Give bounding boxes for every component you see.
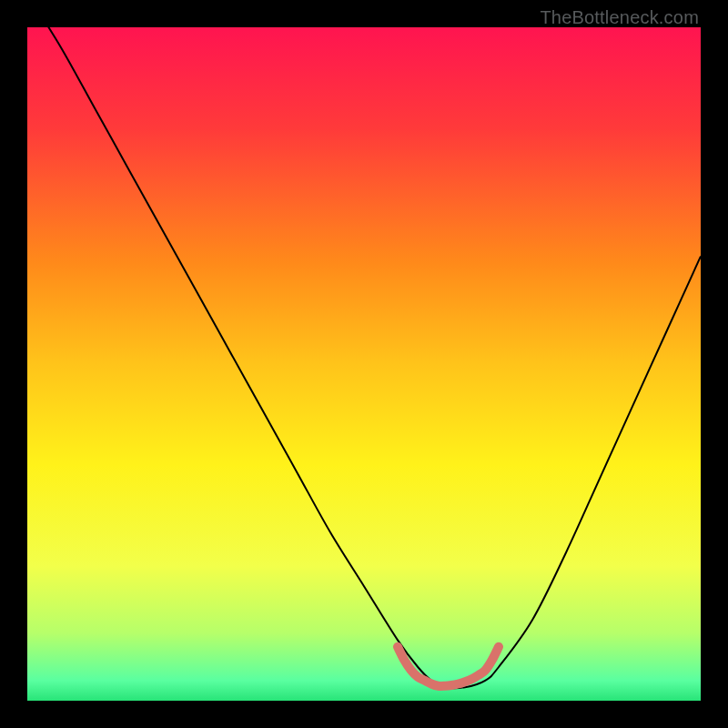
optimal-zone-marker [398,647,499,686]
bottleneck-curve [27,27,701,688]
chart-plot-area [27,27,701,701]
chart-curve-layer [27,27,701,701]
watermark-text: TheBottleneck.com [540,7,699,28]
